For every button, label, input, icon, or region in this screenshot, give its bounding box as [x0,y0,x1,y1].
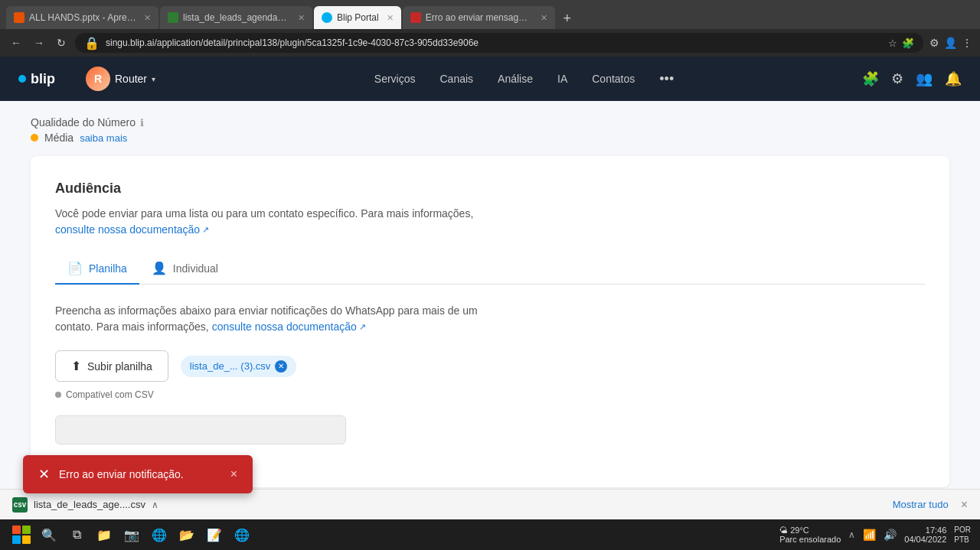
windows-start-button[interactable] [9,522,34,547]
profile-icon[interactable]: 👤 [944,37,957,49]
edge-icon: 🌐 [152,528,167,542]
planilha-description: Preencha as informações abaixo para envi… [55,303,925,335]
volume-icon[interactable]: 🔊 [884,529,897,541]
back-button[interactable]: ← [8,34,24,52]
taskbar-clock[interactable]: 17:46 04/04/2022 [904,526,946,544]
router-avatar: R [86,67,110,91]
taskview-icon: ⧉ [73,528,81,542]
planilha-icon: 📄 [67,261,83,275]
tab-individual-label: Individual [173,262,218,275]
error-toast: ✕ Erro ao enviar notificação. × [23,455,253,493]
tab-planilha[interactable]: 📄 Planilha [55,253,139,285]
file-chip-close[interactable]: ✕ [275,360,287,373]
audience-description: Você pode enviar para uma lista ou para … [55,206,925,238]
tab1-favicon [14,12,24,23]
tab-3[interactable]: Blip Portal ✕ [314,6,401,29]
taskbar-weather: 🌤 29°C Parc ensolarado [779,526,841,544]
download-bar-close[interactable]: × [961,498,968,512]
refresh-button[interactable]: ↻ [54,34,69,52]
users-icon[interactable]: 👥 [916,70,933,87]
bookmark-icon[interactable]: ☆ [888,37,897,49]
settings-icon[interactable]: ⚙ [929,37,939,49]
download-item: csv lista_de_leads_age....csv ∧ [12,497,158,513]
new-tab-button[interactable]: + [557,8,578,29]
tab-bar: ALL HANDS.pptx - Apresentaçã... ✕ lista_… [0,0,980,29]
url-text: singu.blip.ai/application/detail/princip… [106,37,479,48]
send-section [55,415,925,444]
settings-gear-icon[interactable]: ⚙ [891,70,903,87]
tab2-label: lista_de_leads_agendados_para... [183,12,290,23]
explorer-icon: 📁 [96,528,112,542]
task-view-button[interactable]: ⧉ [64,522,89,547]
taskbar-arrow-icon[interactable]: ∧ [848,529,855,540]
language-indicator[interactable]: POR PTB [954,525,971,545]
nav-item-contatos[interactable]: Contatos [592,70,635,88]
audience-title: Audiência [55,181,925,197]
audience-card: Audiência Você pode enviar para uma list… [31,156,949,487]
weather-icon: 🌤 [779,526,788,535]
tab1-close[interactable]: ✕ [144,13,151,23]
compatible-note: Compatível com CSV [55,389,925,400]
upload-area: ⬆ Subir planilha lista_de_... (3).csv ✕ [55,350,925,382]
tab4-close[interactable]: ✕ [541,13,547,23]
nav-item-servicos[interactable]: Serviços [374,70,416,88]
audience-tabs: 📄 Planilha 👤 Individual [55,253,925,285]
quality-media-text: Média [44,132,74,144]
planilha-doc-link[interactable]: consulte nossa documentação ↗ [212,319,366,335]
menu-icon[interactable]: ⋮ [962,37,972,49]
tab-individual[interactable]: 👤 Individual [139,253,230,285]
forward-button[interactable]: → [31,34,47,52]
tab-1[interactable]: ALL HANDS.pptx - Apresentaçã... ✕ [6,6,158,29]
router-button[interactable]: R Router ▾ [86,67,155,91]
nav-more-button[interactable]: ••• [659,71,674,87]
quality-section: Qualidade do Número ℹ Média saiba mais [31,116,949,144]
browser-icons: ⚙ 👤 ⋮ [929,37,972,49]
tab4-favicon [410,12,421,23]
edge-button[interactable]: 🌐 [147,522,172,547]
download-chevron-icon[interactable]: ∧ [152,500,158,510]
taskbar-icons: 🔍 ⧉ 📁 📷 🌐 📂 📝 🌐 [9,522,779,547]
error-toast-close[interactable]: × [230,467,237,481]
quality-link[interactable]: saiba mais [80,132,127,144]
tab4-label: Erro ao enviar mensagem ativa... [426,12,533,23]
extensions-icon[interactable]: 🧩 [902,37,914,49]
bell-icon[interactable]: 🔔 [945,70,962,87]
error-message: Erro ao enviar notificação. [59,468,184,480]
search-icon: 🔍 [41,528,57,542]
tab3-close[interactable]: ✕ [387,13,394,23]
upload-icon: ⬆ [71,359,81,373]
chrome-button[interactable]: 🌐 [230,522,254,547]
yellow-button[interactable]: 📝 [202,522,227,547]
network-icon[interactable]: 📶 [863,529,876,541]
tab2-close[interactable]: ✕ [298,13,305,23]
nav-item-ia[interactable]: IA [557,70,567,88]
nav-item-canais[interactable]: Canais [440,70,474,88]
header-actions: 🧩 ⚙ 👥 🔔 [862,70,962,87]
blip-logo-text: blip [31,71,55,87]
upload-button[interactable]: ⬆ Subir planilha [55,350,168,382]
tab-planilha-label: Planilha [89,262,127,275]
camera-button[interactable]: 📷 [119,522,144,547]
audience-doc-link[interactable]: consulte nossa documentação ↗ [55,222,209,238]
quality-info-icon: ℹ [140,117,144,129]
url-bar[interactable]: 🔒 singu.blip.ai/application/detail/princ… [75,33,923,53]
files-button[interactable]: 📂 [175,522,199,547]
taskbar: 🔍 ⧉ 📁 📷 🌐 📂 📝 🌐 🌤 29°C Parc ensolarado [0,519,980,550]
nav-item-analise[interactable]: Análise [498,70,533,88]
show-all-link[interactable]: Mostrar tudo [893,499,949,510]
audience-doc-link-text: consulte nossa documentação [55,222,200,238]
csv-icon: csv [12,497,28,513]
explorer-button[interactable]: 📁 [92,522,116,547]
tab3-label: Blip Portal [337,12,379,23]
search-taskbar-button[interactable]: 🔍 [37,522,61,547]
tab-4[interactable]: Erro ao enviar mensagem ativa... ✕ [403,6,555,29]
download-actions: Mostrar tudo × [893,498,968,512]
compatible-dot [55,392,61,398]
puzzle-icon[interactable]: 🧩 [862,70,879,87]
tab2-favicon [168,12,178,23]
error-icon: ✕ [38,466,50,483]
individual-icon: 👤 [152,261,167,275]
weather-temp: 29°C [790,526,809,535]
tab-2[interactable]: lista_de_leads_agendados_para... ✕ [160,6,312,29]
send-input-placeholder[interactable] [55,415,346,444]
